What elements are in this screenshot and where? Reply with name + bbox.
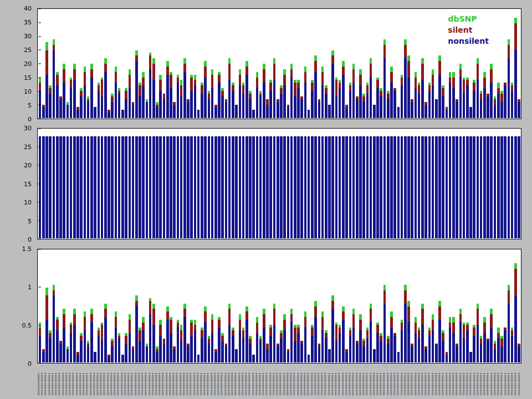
bar-segment [432,330,434,362]
bar-segment [111,341,114,346]
sample-bar [308,355,310,363]
y-tick-label: 25 [24,144,32,150]
bar-segment [352,136,355,238]
bar-segment [380,341,382,362]
bar-segment [149,314,152,362]
bar-segment [345,136,348,238]
bar-segment [63,309,65,314]
sample-bar [135,136,138,238]
bar-segment [321,85,324,118]
sample-bar [463,78,466,119]
bar-segment [473,83,475,91]
y-tick-mark [38,220,41,221]
x-tick-label: 0C00-0000-00000-0 [149,365,152,395]
sample-bar [345,349,348,362]
bar-segment [321,72,324,85]
bar-segment [442,136,444,238]
bar-segment [156,136,158,238]
x-tick-label: 0C00-0000-00000-0 [207,365,210,395]
sample-bar [256,317,259,362]
sample-bar [490,64,493,118]
sample-bar [98,136,100,238]
x-axis-sample-labels: 0C00-0000-00000-00C00-0000-00000-00C00-0… [38,365,521,395]
bar-segment [370,64,372,77]
bar-segment [300,99,303,118]
bar-segment [121,110,124,118]
sample-bar [349,328,352,362]
bar-segment [356,344,359,362]
sample-bar [56,317,59,362]
bar-segment [411,136,413,238]
sample-bar [173,102,176,118]
bar-segment [73,314,76,325]
bar-segment [497,328,500,333]
bar-segment [415,323,417,333]
bar-segment [314,72,317,118]
sample-bar [466,323,469,363]
sample-bar [242,83,245,118]
bar-segment [497,338,500,362]
bar-segment [514,136,517,238]
bar-segment [477,304,479,309]
sample-bar [156,102,158,118]
bar-segment [256,333,259,362]
bar-segment [280,338,283,362]
y-tick-mark [38,77,41,78]
sample-bar [497,83,500,118]
bar-segment [149,69,152,118]
bar-segment [283,69,286,75]
bar-segment [170,75,172,88]
bar-segment [459,69,462,78]
bar-segment [452,78,455,89]
sample-bar [228,136,231,238]
bar-segment [407,78,410,118]
x-tick-label: 0C00-0000-00000-0 [366,365,369,395]
sample-bar [245,306,248,363]
bar-segment [514,263,517,269]
bar-segment [438,136,441,238]
sample-bar [256,136,259,238]
bar-segment [483,78,486,89]
sample-bar [446,107,448,118]
bar-segment [435,99,438,118]
bar-segment [393,136,396,238]
x-tick-label: 0C00-0000-00000-0 [252,365,255,395]
bar-segment [483,317,486,323]
sample-bar [149,298,152,362]
sample-bar [87,341,90,362]
sample-bar [187,99,190,118]
bar-segment [435,344,438,362]
sample-bar [518,136,520,238]
sample-bar [452,136,455,238]
bar-segment [177,323,180,328]
bar-segment [204,61,207,66]
sample-bar [63,309,65,362]
bar-segment [201,136,203,238]
y-tick-label: 0 [28,361,32,367]
sample-bar [504,83,507,118]
bar-segment [473,136,475,238]
bar-segment [125,336,127,344]
bar-segment [101,80,104,96]
bar-segment [132,349,135,362]
sample-bar [300,136,303,238]
bar-segment [104,64,107,72]
bar-segment [314,61,317,72]
bar-segment [90,314,93,322]
bar-segment [390,83,393,118]
bar-segment [197,136,200,238]
bar-segment [331,55,334,64]
bar-segment [245,311,248,320]
bar-segment [245,75,248,118]
x-tick-label: 0C00-0000-00000-0 [342,365,345,395]
bar-segment [163,339,166,344]
bar-segment [415,72,417,78]
bar-segment [449,136,452,238]
bar-segment [118,94,121,118]
bar-segment [66,136,69,238]
sample-bar [387,136,390,238]
bar-segment [204,136,207,238]
sample-bar [177,136,180,238]
sample-bar [266,136,269,238]
bar-segment [194,85,197,118]
